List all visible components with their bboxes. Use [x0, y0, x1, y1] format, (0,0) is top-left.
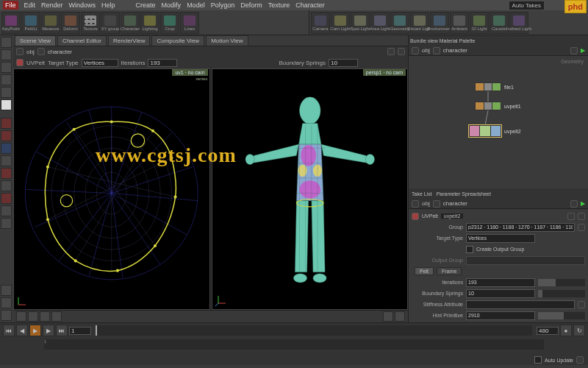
shelf-pelt[interactable]: Pelt/Lt	[21, 12, 40, 34]
prop-path-char[interactable]: character	[443, 200, 467, 207]
tool-snap4[interactable]	[1, 155, 12, 166]
boundary-field[interactable]	[329, 59, 358, 67]
menu-polygon[interactable]: Polygon	[211, 1, 235, 9]
shelf-gi[interactable]: GI Light	[470, 12, 489, 34]
pelt-stiff-field[interactable]	[466, 300, 575, 309]
shelf-camera[interactable]: Camera	[311, 12, 330, 34]
menu-edit[interactable]: Edit	[24, 1, 36, 9]
createout-checkbox[interactable]	[466, 246, 473, 253]
tl-frame[interactable]	[69, 327, 91, 335]
tab-takelist[interactable]: Take List	[412, 191, 432, 197]
shelf-indirect[interactable]: Indirect Light	[509, 12, 528, 34]
nav-back-icon[interactable]	[412, 47, 419, 54]
pin-icon[interactable]	[570, 200, 578, 208]
network-view[interactable]: Geometry file1 uvpelt1 uvpelt2	[409, 56, 588, 188]
prop-path-obj[interactable]: obj	[422, 200, 430, 207]
menu-character[interactable]: Character	[295, 1, 325, 9]
prop-name[interactable]: uvpelt2	[441, 213, 464, 219]
tool-opt1[interactable]	[1, 285, 12, 296]
tool-opt2[interactable]	[1, 297, 12, 308]
shelf-crop[interactable]: Crop	[160, 12, 179, 34]
tab-channel[interactable]: Channel Editor	[57, 35, 107, 46]
tool-scale[interactable]	[1, 87, 12, 98]
autoupdate-checkbox[interactable]	[534, 356, 542, 364]
shelf-lighting[interactable]: Lighting	[140, 12, 159, 34]
tool-select[interactable]	[1, 37, 12, 48]
tl-prev[interactable]: ◀	[16, 325, 28, 336]
path-obj[interactable]: obj	[26, 49, 35, 55]
menu-help[interactable]: Help	[101, 1, 115, 9]
tool-snap6[interactable]	[1, 180, 12, 191]
shelf-deform[interactable]: Deform	[61, 12, 80, 34]
pelt-iter-slider[interactable]	[538, 279, 585, 286]
tl-first[interactable]: ⏮	[3, 325, 15, 336]
tab-paramspreadsheet[interactable]: Parameter Spreadsheet	[437, 191, 491, 197]
tool-snap7[interactable]	[1, 193, 12, 204]
node-uvpelt1[interactable]: uvpelt1	[475, 102, 521, 110]
tool-snap2[interactable]	[1, 130, 12, 141]
shelf-texture[interactable]: Texture	[81, 12, 100, 34]
targettype-field[interactable]	[466, 234, 535, 243]
tl-ruler[interactable]: 1	[44, 339, 544, 350]
auto-takes-toggle[interactable]: Auto Takes	[509, 1, 544, 10]
menu-modify[interactable]: Modify	[162, 1, 182, 9]
menu-windows[interactable]: Windows	[69, 1, 96, 9]
shelf-ambient[interactable]: Ambient	[450, 12, 469, 34]
menu-create[interactable]: Create	[136, 1, 156, 9]
nav-back-icon[interactable]	[412, 200, 419, 208]
rpath-char[interactable]: character	[443, 47, 467, 54]
menu-texture[interactable]: Texture	[268, 1, 290, 9]
tool-lasso[interactable]	[1, 49, 12, 60]
gear-icon[interactable]	[578, 213, 585, 220]
viewport-uv[interactable]: uv1 · no cam vertex	[13, 68, 210, 311]
menu-render[interactable]: Render	[41, 1, 63, 9]
shelf-measure[interactable]: Measure	[41, 12, 60, 34]
shelf-geometry[interactable]: Geometry	[390, 12, 409, 34]
gear-icon[interactable]	[398, 48, 405, 55]
pin-icon[interactable]	[570, 47, 578, 54]
tab-bundleview[interactable]: Bundle view	[410, 38, 438, 43]
rpath-obj[interactable]: obj	[422, 47, 430, 54]
pelt-bound-field[interactable]	[466, 289, 535, 298]
shelf-arealight[interactable]: Area Light	[370, 12, 390, 34]
vp-opt2[interactable]	[28, 311, 38, 322]
shelf-env[interactable]: Environment	[430, 12, 449, 34]
tl-end[interactable]	[537, 327, 559, 335]
tool-snap3[interactable]	[1, 143, 12, 154]
viewport-persp[interactable]: persp1 · no cam	[212, 68, 409, 311]
play-icon[interactable]: ▶	[581, 200, 585, 207]
vp-opt1[interactable]	[16, 311, 26, 322]
pelt-hint-field[interactable]	[466, 311, 535, 320]
shelf-caustic[interactable]: Caustic	[490, 12, 509, 34]
play-icon[interactable]: ▶	[581, 47, 585, 54]
tool-opt3[interactable]	[1, 310, 12, 321]
tl-scrub[interactable]	[96, 325, 532, 336]
nav-back-icon[interactable]	[16, 48, 24, 55]
group-picker-icon[interactable]	[578, 224, 585, 231]
shelf-spotlight[interactable]: Spot Light	[351, 12, 370, 34]
subtab-pelt[interactable]: Pelt	[415, 267, 434, 275]
shelf-distantlight[interactable]: Distant Light	[410, 12, 429, 34]
menu-deform[interactable]: Deform	[240, 1, 262, 9]
tab-matpalette[interactable]: Material Palette	[440, 38, 476, 43]
node-uvpelt2[interactable]: uvpelt2	[469, 125, 521, 137]
iterations-field[interactable]	[148, 59, 177, 67]
subtab-frame[interactable]: Frame	[437, 267, 462, 275]
node-file1[interactable]: file1	[475, 82, 514, 91]
pelt-hint-slider[interactable]	[538, 312, 585, 319]
target-type-field[interactable]	[82, 59, 118, 67]
vp-opt3[interactable]	[40, 311, 50, 322]
tl-key[interactable]: ●	[560, 325, 572, 336]
tab-composite[interactable]: Composite View	[151, 35, 204, 46]
node-flag-icon[interactable]	[412, 213, 419, 220]
tl-last[interactable]: ⏭	[56, 325, 68, 336]
tl-play[interactable]: ▶	[29, 325, 41, 336]
shelf-keypoint[interactable]: KeyPoint	[1, 12, 21, 34]
group-field[interactable]	[466, 223, 575, 232]
vp-opt6[interactable]	[395, 311, 405, 322]
pelt-bound-slider[interactable]	[538, 290, 585, 297]
pin-icon[interactable]	[387, 48, 395, 55]
tool-snap8[interactable]	[1, 205, 12, 216]
node-flag-icon[interactable]	[16, 59, 24, 66]
status-icon[interactable]	[576, 356, 584, 364]
